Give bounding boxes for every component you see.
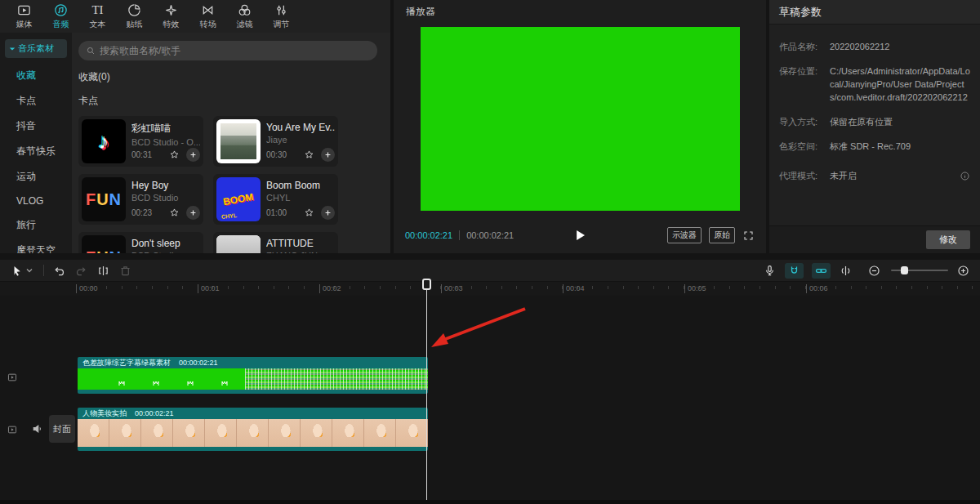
field-label-import: 导入方式: xyxy=(779,116,830,129)
tab-text[interactable]: TI 文本 xyxy=(80,2,115,30)
sidebar-item-sports[interactable]: 运动 xyxy=(0,164,72,190)
track-toggle-icon[interactable] xyxy=(7,372,18,383)
clip-name: 色差故障综艺字幕绿幕素材 xyxy=(82,358,171,368)
field-value-import: 保留在原有位置 xyxy=(830,116,970,129)
beauty-footage-clip[interactable]: 人物美妆实拍 00:00:02:21 xyxy=(78,408,428,451)
field-label-colorspace: 色彩空间: xyxy=(779,140,830,154)
main-toolbar: 媒体 音频 TI 文本 贴纸 特效 xyxy=(0,0,390,33)
music-library: 收藏(0) 卡点 ♪ 彩虹喵喵 BCD Studio - O... 00:31 xyxy=(72,33,390,253)
play-button[interactable] xyxy=(571,226,589,244)
sidebar-group-music[interactable]: 音乐素材 xyxy=(5,39,67,58)
add-to-track-button[interactable] xyxy=(321,206,335,220)
snap-toggle-button[interactable] xyxy=(785,263,804,279)
favorite-star-button[interactable] xyxy=(304,207,317,220)
song-title: 彩虹喵喵 xyxy=(131,122,200,136)
music-card[interactable]: BOOMCHYL Boom Boom CHYL 01:00 xyxy=(213,174,338,225)
timeline-toolbar xyxy=(0,260,980,282)
clip-name: 人物美妆实拍 xyxy=(82,408,127,419)
text-icon: TI xyxy=(90,2,105,18)
song-title: You Are My Ev... xyxy=(266,122,335,133)
redo-button[interactable] xyxy=(74,264,88,278)
song-artist: Jiaye xyxy=(266,135,335,145)
tab-media[interactable]: 媒体 xyxy=(7,2,42,30)
ruler-label: 00:03 xyxy=(441,284,463,293)
add-to-track-button[interactable] xyxy=(321,148,335,162)
song-title: Don't sleep xyxy=(131,238,200,249)
split-button[interactable] xyxy=(96,264,110,278)
asset-panel: 媒体 音频 TI 文本 贴纸 特效 xyxy=(0,0,390,253)
song-duration: 01:00 xyxy=(266,208,287,217)
trash-icon xyxy=(118,264,132,278)
song-duration: 00:30 xyxy=(266,150,287,159)
link-toggle-button[interactable] xyxy=(812,263,831,279)
tab-sticker[interactable]: 贴纸 xyxy=(117,2,152,30)
tab-filter[interactable]: 滤镜 xyxy=(227,2,262,30)
sidebar-item-beatsync[interactable]: 卡点 xyxy=(0,88,72,114)
ruler-label: 00:05 xyxy=(684,284,706,293)
sidebar-item-favorites[interactable]: 收藏 xyxy=(0,63,72,88)
tab-adjust[interactable]: 调节 xyxy=(264,2,299,30)
zoom-slider-handle[interactable] xyxy=(901,266,908,274)
zoom-out-icon xyxy=(867,264,881,278)
favorite-star-button[interactable] xyxy=(304,149,317,162)
favorite-star-button[interactable] xyxy=(169,149,182,162)
song-title: ATTITUDE xyxy=(266,238,335,249)
music-card[interactable]: ATTITUDE ZHANG JUN xyxy=(213,232,338,253)
preview-axis-button[interactable] xyxy=(839,264,853,278)
filmstrip xyxy=(78,419,428,447)
zoom-out-button[interactable] xyxy=(867,264,881,278)
original-button[interactable]: 原始 xyxy=(709,227,735,243)
cover-button[interactable]: 封面 xyxy=(49,415,75,443)
favorite-star-button[interactable] xyxy=(169,207,182,220)
tab-transition[interactable]: 转场 xyxy=(190,2,225,30)
song-artist: CHYL xyxy=(266,193,335,203)
adjust-icon xyxy=(274,2,289,18)
sidebar-item-vlog[interactable]: VLOG xyxy=(0,190,72,212)
greenscreen-clip[interactable]: 色差故障综艺字幕绿幕素材 00:00:02:21 xyxy=(78,357,428,394)
player-title: 播放器 xyxy=(394,0,766,23)
add-to-track-button[interactable] xyxy=(186,206,200,220)
redo-icon xyxy=(74,264,88,278)
music-card[interactable]: ♪ 彩虹喵喵 BCD Studio - O... 00:31 xyxy=(78,116,203,167)
album-art: FUN xyxy=(82,177,126,221)
zoom-slider[interactable] xyxy=(891,270,948,271)
divider xyxy=(43,265,44,276)
zoom-in-button[interactable] xyxy=(956,264,970,278)
add-to-track-button[interactable] xyxy=(186,148,200,162)
undo-button[interactable] xyxy=(52,264,66,278)
oscilloscope-button[interactable]: 示波器 xyxy=(667,227,702,243)
draft-params-panel: 草稿参数 作品名称: 202202062212 保存位置: C:/Users/A… xyxy=(769,0,980,253)
music-card[interactable]: FUN Don't sleep BCD Studio xyxy=(78,232,203,253)
zoom-in-icon xyxy=(956,264,970,278)
song-artist: ZHANG JUN xyxy=(266,251,335,253)
field-label-proxy: 代理模式: xyxy=(779,170,830,183)
info-icon[interactable] xyxy=(960,170,970,181)
music-card[interactable]: FUN Hey Boy BCD Studio 00:23 xyxy=(78,174,203,225)
track-toggle-icon[interactable] xyxy=(7,424,18,435)
sidebar-item-travel[interactable]: 旅行 xyxy=(0,212,72,238)
song-title: Hey Boy xyxy=(131,180,200,191)
link-icon xyxy=(814,264,828,278)
delete-button[interactable] xyxy=(118,264,132,278)
speaker-icon[interactable] xyxy=(31,422,44,435)
glitch-text-region xyxy=(245,368,428,390)
playhead-handle[interactable] xyxy=(422,279,431,290)
search-bar[interactable] xyxy=(78,41,377,60)
sidebar-item-douyin[interactable]: 抖音 xyxy=(0,114,72,139)
modify-button[interactable]: 修改 xyxy=(926,230,970,249)
clip-duration: 00:00:02:21 xyxy=(135,409,174,417)
select-tool-button[interactable] xyxy=(10,264,33,278)
tab-audio-label: 音频 xyxy=(53,19,69,30)
chevron-down-icon xyxy=(25,266,33,274)
record-voiceover-button[interactable] xyxy=(763,264,777,278)
filter-icon xyxy=(237,2,252,18)
tab-audio[interactable]: 音频 xyxy=(43,2,78,30)
music-card[interactable]: You Are My Ev... Jiaye 00:30 xyxy=(213,116,338,167)
search-input[interactable] xyxy=(100,45,370,56)
sidebar-item-spring-festival[interactable]: 春节快乐 xyxy=(0,139,72,164)
time-ruler[interactable]: 00:00 00:01 00:02 00:03 00:04 00:05 00:0… xyxy=(0,282,980,296)
field-label-name: 作品名称: xyxy=(779,41,830,54)
tab-effects[interactable]: 特效 xyxy=(154,2,189,30)
fullscreen-icon[interactable] xyxy=(742,230,755,242)
sidebar-item-modernsky[interactable]: 摩登天空 xyxy=(0,238,72,253)
